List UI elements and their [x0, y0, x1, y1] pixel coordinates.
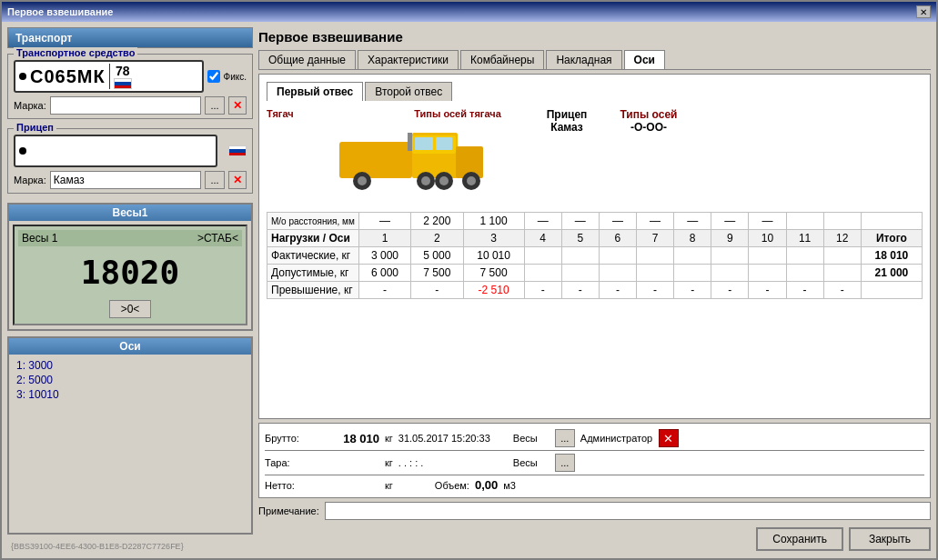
main-content: Транспорт Транспортное средство С065МК 7… — [2, 22, 936, 558]
sub-tab-second[interactable]: Второй отвес — [365, 82, 452, 101]
trailer-marca-label: Марка: — [14, 175, 46, 185]
marca-row: Марка: ... ✕ — [14, 96, 247, 115]
svg-rect-4 — [415, 137, 433, 150]
col-h9: 9 — [711, 230, 749, 247]
note-row: Примечание: — [258, 502, 931, 520]
svg-rect-5 — [436, 137, 452, 150]
axis-item-2: 2: 5000 — [16, 373, 244, 387]
svg-point-14 — [467, 176, 476, 185]
measure-table: М/о расстояния, мм — 2 200 1 100 — — — —… — [267, 212, 923, 299]
plate-box: С065МК 78 — [14, 60, 204, 93]
plate-number: С065МК — [30, 66, 106, 87]
scales-box: Весы1 Весы 1 >СТАБ< 18020 >0< — [7, 203, 253, 331]
truck-svg — [294, 128, 494, 201]
excess-8: - — [674, 282, 711, 299]
tara-source-label: Весы — [513, 457, 550, 468]
divider1 — [265, 450, 924, 451]
allowed-2: 7 500 — [411, 265, 463, 282]
col-h10: 10 — [749, 230, 786, 247]
brutto-operator: Администратор — [580, 433, 653, 444]
tara-source-button[interactable]: ... — [555, 454, 575, 472]
tab-general[interactable]: Общие данные — [258, 50, 356, 69]
license-plate: С065МК 78 Фикс. — [14, 60, 247, 93]
tab-harvesters[interactable]: Комбайнеры — [460, 50, 544, 69]
actual-row: Фактические, кг 3 000 5 000 10 010 — [267, 247, 923, 265]
col-h1: 1 — [358, 230, 410, 247]
col-h2: 2 — [411, 230, 463, 247]
tab-invoice[interactable]: Накладная — [546, 50, 621, 69]
excess-11: - — [786, 282, 823, 299]
mo-col4: — — [524, 213, 561, 230]
note-input[interactable] — [325, 502, 931, 520]
trailer-marca-input[interactable] — [50, 171, 201, 189]
allowed-label: Допустимые, кг — [267, 265, 359, 282]
actual-1: 3 000 — [358, 247, 410, 265]
sub-tabs-bar: Первый отвес Второй отвес — [267, 82, 923, 101]
window-close-button[interactable]: ✕ — [916, 5, 931, 18]
netto-row: Нетто: кг Объем: 0,00 м3 — [265, 478, 924, 492]
brutto-source-button[interactable]: ... — [555, 429, 575, 447]
mo-header: М/о расстояния, мм — [267, 213, 359, 230]
svg-point-12 — [439, 176, 449, 185]
actual-9 — [711, 247, 749, 265]
excess-1: - — [358, 282, 410, 299]
sub-tab-first[interactable]: Первый отвес — [267, 82, 363, 101]
tara-row: Тара: кг . . : : . Весы ... — [265, 454, 924, 472]
actual-total: 18 010 — [861, 247, 922, 265]
main-window: Первое взвешивание ✕ Транспорт Транспорт… — [0, 0, 938, 560]
col-h8: 8 — [674, 230, 711, 247]
excess-row: Превышение, кг - - -2 510 - - - - - - - — [267, 282, 923, 299]
transport-header: Транспорт — [7, 27, 253, 48]
trailer-flag — [225, 145, 247, 156]
excess-total — [861, 282, 922, 299]
mo-col11 — [786, 213, 823, 230]
mo-col5: — — [561, 213, 599, 230]
marca-label: Марка: — [14, 100, 46, 111]
right-header: Первое взвешивание — [258, 27, 931, 46]
vehicle-legend: Транспортное средство — [14, 47, 137, 58]
close-button[interactable]: Закрыть — [849, 527, 931, 551]
bottom-section: Брутто: 18 010 кг 31.05.2017 15:20:33 Ве… — [258, 423, 931, 498]
brutto-row: Брутто: 18 010 кг 31.05.2017 15:20:33 Ве… — [265, 429, 924, 447]
allowed-12 — [823, 265, 861, 282]
actual-7 — [637, 247, 674, 265]
tara-time: . . : : . — [398, 457, 508, 468]
marca-dots-button[interactable]: ... — [205, 96, 225, 115]
plate-fixed-checkbox[interactable] — [207, 70, 220, 83]
excess-9: - — [711, 282, 749, 299]
col-htotal: Итого — [861, 230, 922, 247]
brutto-label: Брутто: — [265, 433, 310, 444]
brutto-delete-button[interactable]: ✕ — [659, 429, 679, 447]
axes-col-header: Нагрузки / Оси — [267, 230, 359, 247]
tabs-bar: Общие данные Характеристики Комбайнеры Н… — [258, 50, 931, 70]
trailer-fieldset: Прицеп Марка: ... ✕ — [7, 128, 253, 194]
marca-clear-button[interactable]: ✕ — [228, 96, 247, 115]
right-panel: Первое взвешивание Общие данные Характер… — [258, 27, 931, 553]
truck-diagram — [294, 128, 923, 201]
excess-7: - — [637, 282, 674, 299]
allowed-10 — [749, 265, 786, 282]
excess-4: - — [524, 282, 561, 299]
mo-total — [861, 213, 922, 230]
actual-2: 5 000 — [411, 247, 463, 265]
allowed-3: 7 500 — [463, 265, 524, 282]
mo-col3: 1 100 — [463, 213, 524, 230]
scales-display: Весы 1 >СТАБ< 18020 >0< — [13, 225, 247, 325]
plate-region-num: 78 — [116, 64, 130, 78]
scales-zero-button[interactable]: >0< — [109, 300, 152, 318]
mo-col8: — — [674, 213, 711, 230]
trailer-marca-clear-button[interactable]: ✕ — [228, 171, 247, 189]
tab-characteristics[interactable]: Характеристики — [358, 50, 459, 69]
actual-12 — [823, 247, 861, 265]
svg-rect-6 — [408, 133, 412, 151]
save-button[interactable]: Сохранить — [756, 527, 843, 551]
marca-input[interactable] — [50, 96, 201, 115]
col-h11: 11 — [786, 230, 823, 247]
trailer-legend: Прицеп — [14, 122, 56, 133]
trailer-marca-dots-button[interactable]: ... — [205, 171, 225, 189]
tab-axes[interactable]: Оси — [624, 50, 665, 69]
brutto-source-label: Весы — [513, 433, 550, 444]
tara-unit: кг — [385, 457, 393, 468]
brutto-value: 18 010 — [316, 432, 379, 445]
allowed-6 — [599, 265, 636, 282]
